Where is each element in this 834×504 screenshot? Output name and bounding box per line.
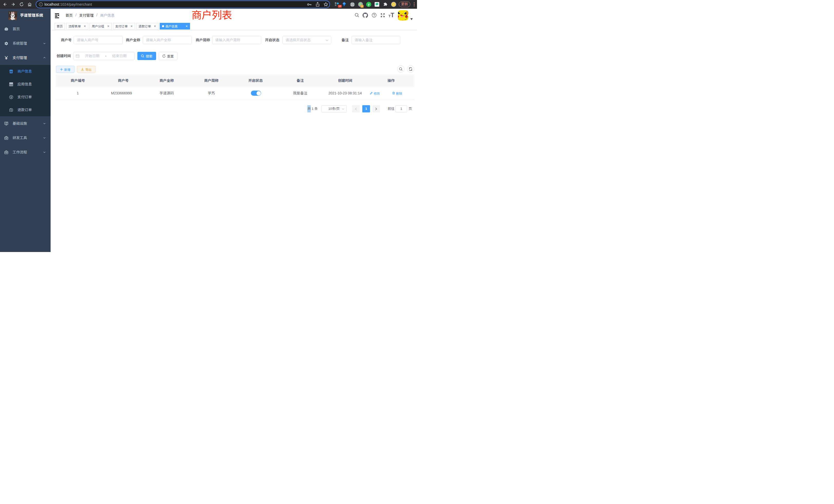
svg-text:y: y — [368, 3, 370, 6]
